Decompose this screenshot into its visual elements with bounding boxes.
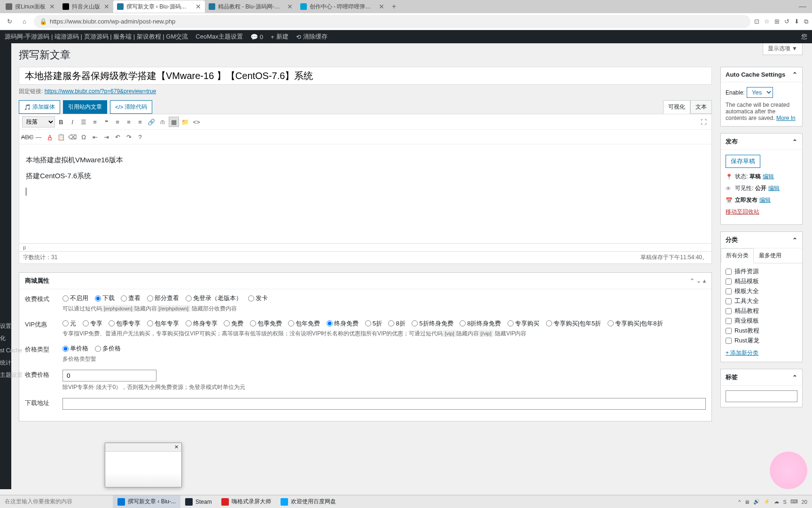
edit-visibility-link[interactable]: 编辑 <box>768 184 780 192</box>
trash-link[interactable]: 移动至回收站 <box>726 208 759 216</box>
quote-button[interactable]: ❝ <box>101 117 111 127</box>
close-icon[interactable]: ✕ <box>49 3 55 10</box>
taskbar-search[interactable]: 在这里输入你要搜索的内容 <box>0 498 113 506</box>
chevron-up-icon[interactable]: ⌃ <box>792 237 797 244</box>
taskbar-app-steam[interactable]: Steam <box>180 495 217 508</box>
vip-opt[interactable]: 5折 <box>365 319 382 328</box>
home-icon[interactable]: ⌂ <box>19 16 30 27</box>
editor-content[interactable]: 本地搭建虚拟机VMware16版本 搭建CentOS-7.6系统 <box>19 144 711 243</box>
tray-icon[interactable]: ⚡ <box>764 499 770 505</box>
indent-button[interactable]: ⇥ <box>101 132 111 142</box>
price-type-single[interactable]: 单价格 <box>62 344 88 353</box>
tab-visual[interactable]: 可视化 <box>663 100 690 114</box>
code-button[interactable]: <> <box>191 117 202 127</box>
categories-box-header[interactable]: 分类⌃ <box>721 232 802 248</box>
tags-input[interactable] <box>726 390 797 402</box>
refresh-icon[interactable]: ↻ <box>4 16 15 27</box>
ul-button[interactable]: ☰ <box>78 117 89 127</box>
outdent-button[interactable]: ⇤ <box>90 132 100 142</box>
cat-tab-used[interactable]: 最多使用 <box>754 248 787 263</box>
fee-opt-2[interactable]: 查看 <box>121 294 141 302</box>
cache-box-header[interactable]: Auto Cache Settings⌃ <box>721 67 802 82</box>
vip-opt[interactable]: 专享购买|包年8折 <box>608 319 663 328</box>
fee-opt-1[interactable]: 下载 <box>95 294 115 302</box>
close-icon[interactable]: ✕ <box>104 3 109 10</box>
vip-opt[interactable]: 包季免费 <box>250 319 282 328</box>
new-tab-button[interactable]: + <box>388 2 400 11</box>
vip-opt[interactable]: 终身专享 <box>186 319 218 328</box>
cache-more-link[interactable]: More In <box>776 115 796 121</box>
screen-options-button[interactable]: 显示选项 ▼ <box>763 43 803 55</box>
hr-button[interactable]: — <box>33 132 44 142</box>
close-icon[interactable]: ✕ <box>174 444 179 450</box>
undo-button[interactable]: ↶ <box>112 132 123 142</box>
ol-button[interactable]: ≡ <box>90 117 100 127</box>
browser-tab-active[interactable]: 撰写新文章 ‹ Biu-源码网-手游源✕ <box>113 0 205 13</box>
edit-status-link[interactable]: 编辑 <box>763 173 774 181</box>
price-type-multi[interactable]: 多价格 <box>95 344 121 353</box>
price-input[interactable] <box>62 370 156 381</box>
publish-box-header[interactable]: 发布⌃ <box>721 134 802 150</box>
sidebar-item-settings[interactable]: 设置 <box>0 320 23 332</box>
vip-opt[interactable]: 元 <box>62 319 76 328</box>
downloads-icon[interactable]: ⬇ <box>794 18 799 25</box>
edit-date-link[interactable]: 编辑 <box>759 196 771 204</box>
sidebar-item-theme[interactable]: 主题设置 <box>0 369 23 381</box>
sidebar-item[interactable]: 化 <box>0 332 23 344</box>
align-center-button[interactable]: ≡ <box>124 117 134 127</box>
download-input[interactable] <box>62 398 706 410</box>
tray-icon[interactable]: ⌨ <box>790 499 798 505</box>
category-item[interactable]: 工具大全 <box>726 297 797 305</box>
history-icon[interactable]: ↺ <box>784 18 789 25</box>
chevron-up-icon[interactable]: ⌃ <box>690 278 695 284</box>
tags-box-header[interactable]: 标签⌃ <box>721 369 802 386</box>
tray-icon[interactable]: 🖥 <box>744 499 750 505</box>
category-item[interactable]: Rust屠龙 <box>726 336 797 345</box>
post-title-input[interactable] <box>19 67 712 85</box>
category-item[interactable]: 精品教程 <box>726 307 797 315</box>
vip-opt[interactable]: 免费 <box>224 319 243 328</box>
cache-enable-select[interactable]: Yes <box>747 87 773 98</box>
toggle-icon[interactable]: ▴ <box>703 278 706 284</box>
permalink-url[interactable]: https://www.biubr.com/?p=679&preview=tru… <box>45 88 156 95</box>
browser-tab[interactable]: 精品教程 - Biu-源码网-手游源码✕ <box>205 0 297 13</box>
new-content-link[interactable]: + 新建 <box>271 32 289 41</box>
category-item[interactable]: 模板大全 <box>726 287 797 295</box>
add-category-link[interactable]: + 添加新分类 <box>726 349 758 357</box>
folder-button[interactable]: 📁 <box>180 117 190 127</box>
theme-settings-link[interactable]: CeoMax主题设置 <box>195 32 242 41</box>
system-tray[interactable]: ^ 🖥 🔊 ⚡ ☁ S ⌨ 20 <box>734 499 812 505</box>
category-item[interactable]: 插件资源 <box>726 267 797 276</box>
browser-tab[interactable]: 抖音火山版✕ <box>59 0 113 13</box>
vip-opt[interactable]: 5折终身免费 <box>412 319 453 328</box>
close-icon[interactable]: ✕ <box>379 3 384 10</box>
collections-icon[interactable]: ⊞ <box>774 18 780 25</box>
textcolor-button[interactable]: A <box>45 132 55 142</box>
taskbar-app-baidu[interactable]: 欢迎使用百度网盘 <box>276 495 341 508</box>
minimize-icon[interactable]: — <box>795 2 810 11</box>
italic-button[interactable]: I <box>67 117 78 127</box>
link-button[interactable]: 🔗 <box>146 117 156 127</box>
reader-icon[interactable]: ⊡ <box>754 18 759 25</box>
vip-opt[interactable]: 8折终身免费 <box>460 319 501 328</box>
vip-opt[interactable]: 专享购买|包年5折 <box>546 319 601 328</box>
category-item[interactable]: 商业模板 <box>726 317 797 325</box>
tray-icon[interactable]: ^ <box>738 499 741 505</box>
save-draft-button[interactable]: 保存草稿 <box>726 155 760 168</box>
user-menu[interactable]: 您 <box>801 32 807 41</box>
paste-button[interactable]: 📋 <box>56 132 66 142</box>
close-icon[interactable]: ✕ <box>195 3 201 10</box>
chevron-down-icon[interactable]: ⌄ <box>696 278 701 284</box>
vip-opt[interactable]: 包年专享 <box>147 319 179 328</box>
vip-opt[interactable]: 专享购买 <box>508 319 539 328</box>
fee-opt-3[interactable]: 部分查看 <box>147 294 179 302</box>
sidebar-item-cache[interactable]: st Cache <box>0 344 23 357</box>
fullscreen-button[interactable]: ⛶ <box>698 117 709 127</box>
taskbar-app-recorder[interactable]: 嗨格式录屏大师 <box>217 495 276 508</box>
bold-button[interactable]: B <box>56 117 66 127</box>
tray-icon[interactable]: 🔊 <box>753 499 760 505</box>
browser-tab[interactable]: 创作中心 - 哔哩哔哩弹幕视频网✕ <box>297 0 388 13</box>
sidebar-item-stats[interactable]: 统计 <box>0 357 23 369</box>
browser-tab[interactable]: 摸Linux面板✕ <box>2 0 59 13</box>
redo-button[interactable]: ↷ <box>124 132 134 142</box>
